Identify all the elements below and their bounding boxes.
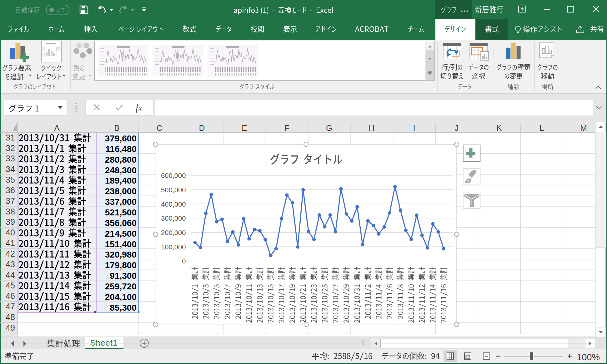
svg-text:400,000: 400,000 — [161, 200, 186, 208]
svg-text:300,000: 300,000 — [161, 214, 186, 222]
svg-text:600,000: 600,000 — [161, 172, 186, 180]
svg-text:0: 0 — [182, 257, 186, 265]
svg-text:500,000: 500,000 — [161, 186, 186, 194]
svg-text:100,000: 100,000 — [161, 243, 186, 251]
svg-text:200,000: 200,000 — [161, 229, 186, 237]
